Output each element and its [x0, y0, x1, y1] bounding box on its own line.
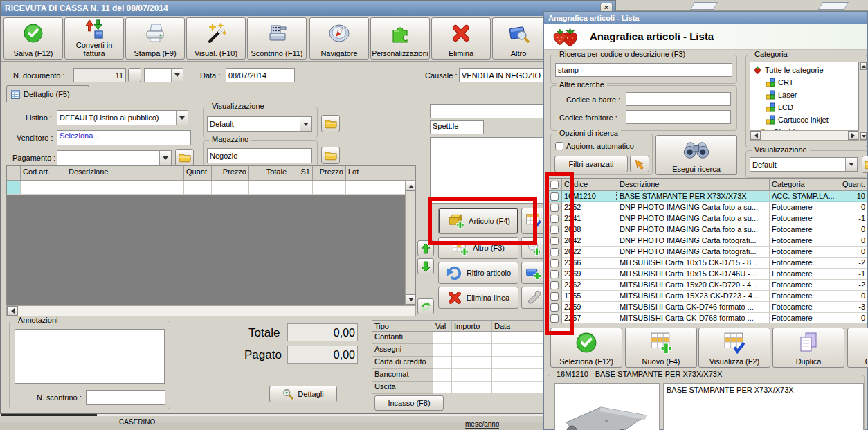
categoria-tree[interactable]: Tutte le categorie CRT Laser LCD Cartucc…	[750, 62, 859, 141]
result-row[interactable]: 16M1210 BASE STAMPANTE PER X73X/X73X ACC…	[547, 191, 867, 202]
select-all-checkbox[interactable]	[547, 179, 562, 190]
magazzino-input[interactable]	[207, 148, 312, 163]
result-row[interactable]: 2252 DNP PHOTO IMAGING Carta foto a su..…	[547, 202, 867, 213]
data-input[interactable]	[226, 68, 295, 82]
listino-combo[interactable]: DEFAULT(Listino al pubblico)	[57, 110, 188, 125]
items-hscrollbar[interactable]	[6, 305, 416, 316]
payment-row[interactable]: Contanti	[372, 332, 546, 344]
items-vscrollbar[interactable]	[405, 180, 415, 305]
elimina-button[interactable]: Elimina	[431, 17, 491, 60]
categoria-vscrollbar[interactable]	[860, 62, 867, 141]
collegamenti-button[interactable]: Collegame	[847, 328, 868, 368]
combo-arrow-icon[interactable]	[176, 111, 188, 125]
result-row[interactable]: 2266 MITSUBISHI Carta 10x15 CK-D715 - 8.…	[547, 258, 867, 269]
result-row[interactable]: 2262 MITSUBISHI Carta 15x20 CK-D720 - 4.…	[547, 280, 867, 291]
preview-description-box[interactable]: BASE STAMPANTE PER X73X/X73X	[663, 383, 864, 430]
wrench-icon	[525, 290, 542, 305]
esegui-ricerca-button[interactable]: Esegui ricerca	[655, 135, 737, 175]
refresh-button[interactable]	[417, 298, 434, 314]
visualizzazione-folder-button[interactable]	[321, 115, 340, 132]
move-row-up-button[interactable]	[417, 240, 434, 256]
tree-item-lcd[interactable]: LCD	[753, 101, 858, 114]
visualizza-f2-button[interactable]: Visualizza (F2)	[698, 328, 770, 368]
ricevuta-title: RICEVUTA DI CASSA N. 11 del 08/07/2014	[5, 3, 168, 13]
payment-row[interactable]: Assegni	[372, 344, 546, 357]
articolo-button[interactable]: Articolo (F4)	[438, 208, 518, 234]
view-folder-button[interactable]	[862, 156, 868, 173]
annotazioni-textarea[interactable]	[15, 329, 165, 384]
ricerca-input[interactable]	[555, 63, 732, 77]
n-documento-ellipsis-button[interactable]	[128, 68, 141, 82]
move-row-down-button[interactable]	[417, 258, 434, 274]
book-search-icon	[507, 18, 530, 48]
filtri-arrow-button[interactable]	[630, 156, 649, 172]
save-check-icon	[23, 18, 44, 48]
scontrino-button[interactable]: Scontrino (F11)	[247, 17, 307, 60]
nuovo-button[interactable]: Nuovo (F4)	[625, 328, 697, 368]
result-row[interactable]: 2259 MITSUBISHI Carta CK-D746 formato ..…	[547, 302, 867, 313]
personalizzazioni-button[interactable]: Personalizzazioni	[370, 17, 430, 60]
elimina-linea-button[interactable]: Elimina linea	[438, 287, 518, 309]
ritiro-articolo-button[interactable]: Ritiro articolo	[438, 262, 518, 284]
duplica-button[interactable]: Duplica	[772, 328, 844, 368]
visualizzazione-combo[interactable]: Default	[207, 116, 312, 132]
puzzle-icon	[390, 18, 410, 48]
combo-arrow-icon[interactable]	[159, 151, 171, 165]
incasso-button[interactable]: Incasso (F8)	[374, 395, 444, 411]
n-documento-combo[interactable]	[144, 68, 183, 82]
aggiorn-automatico-checkbox[interactable]: Aggiorn. automatico	[555, 142, 634, 150]
pagamento-combo[interactable]	[57, 150, 172, 165]
cash-register-icon	[266, 18, 288, 48]
seleziona-button[interactable]: Seleziona (F12)	[550, 328, 622, 368]
aggiorn-automatico-box[interactable]	[555, 142, 563, 150]
strawberry-icon	[552, 26, 580, 48]
n-scontrino-input[interactable]	[86, 390, 165, 405]
visualizza-button[interactable]: Visual. (F10)	[186, 17, 246, 60]
tree-item-root[interactable]: Tutte le categorie	[753, 64, 858, 76]
tree-item-laser[interactable]: Laser	[753, 89, 858, 101]
result-row[interactable]: 2241 DNP PHOTO IMAGING Carta foto a su..…	[547, 213, 867, 224]
window-anagrafica: Anagrafica articoli - Lista Anagrafica a…	[543, 11, 868, 430]
items-empty-row[interactable]	[7, 181, 415, 195]
box-plus-icon	[446, 213, 464, 229]
anagrafica-titlebar[interactable]: Anagrafica articoli - Lista	[544, 12, 867, 24]
altro-button[interactable]: Altro	[492, 17, 545, 60]
delete-x-icon	[451, 18, 471, 48]
grid-plus-icon	[650, 328, 672, 357]
dettagli-button[interactable]: Dettagli	[269, 386, 337, 402]
salva-button[interactable]: Salva (F12)	[3, 17, 63, 60]
result-row[interactable]: 2022 DNP PHOTO IMAGING Carta fotografi..…	[547, 247, 867, 258]
combo-arrow-icon[interactable]	[300, 117, 311, 131]
magazzino-folder-button[interactable]	[321, 147, 340, 164]
spettle-field[interactable]: Spett.le	[430, 120, 484, 134]
n-documento-input[interactable]	[73, 68, 126, 82]
categoria-hscrollbar[interactable]	[750, 130, 859, 141]
pagamento-folder-button[interactable]	[175, 149, 194, 166]
combo-arrow-icon[interactable]	[171, 69, 183, 82]
tree-item-crt[interactable]: CRT	[753, 76, 858, 89]
altro-f3-button[interactable]: Altro (F3)	[438, 237, 518, 259]
result-row[interactable]: 2038 DNP PHOTO IMAGING Carta foto a su..…	[547, 224, 867, 235]
view-combo[interactable]: Default	[750, 157, 858, 172]
tab-dettaglio[interactable]: Dettaglio (F5)	[6, 85, 89, 102]
navigatore-button[interactable]: Navigatore	[309, 17, 369, 60]
payment-row[interactable]: Uscita	[372, 382, 546, 394]
result-row[interactable]: 2042 DNP PHOTO IMAGING Carta fotografi..…	[547, 235, 867, 247]
tab-dettaglio-label: Dettaglio (F5)	[24, 90, 70, 98]
payment-row[interactable]: Bancomat	[372, 369, 546, 382]
ricevuta-titlebar[interactable]: RICEVUTA DI CASSA N. 11 del 08/07/2014	[1, 1, 615, 16]
codice-barre-input[interactable]	[626, 92, 731, 106]
result-row[interactable]: 1755 MITSUBISHI Carta 15X23 CK-D723 - 4.…	[547, 291, 867, 302]
converti-fattura-button[interactable]: Converti in fattura	[64, 17, 124, 60]
result-row[interactable]: 2257 MITSUBISHI Carta CK-D768 formato ..…	[547, 313, 867, 324]
codice-fornitore-input[interactable]	[626, 110, 731, 124]
arrow-up-icon	[421, 243, 431, 254]
result-row[interactable]: 2269 MITSUBISHI Carta 10x15 CK-D746U -..…	[547, 269, 867, 280]
payment-row[interactable]: Carta di credito	[372, 357, 546, 369]
venditore-field[interactable]: Seleziona...	[57, 130, 191, 145]
combo-arrow-icon[interactable]	[845, 158, 857, 171]
stampa-button[interactable]: Stampa (F9)	[125, 17, 185, 60]
filtri-avanzati-button[interactable]: Filtri avanzati	[554, 156, 628, 172]
tree-item-cartucce[interactable]: Cartucce inkjet	[753, 114, 858, 126]
payments-table: Tipo Val Importo Data Contanti Assegni C…	[372, 320, 546, 393]
